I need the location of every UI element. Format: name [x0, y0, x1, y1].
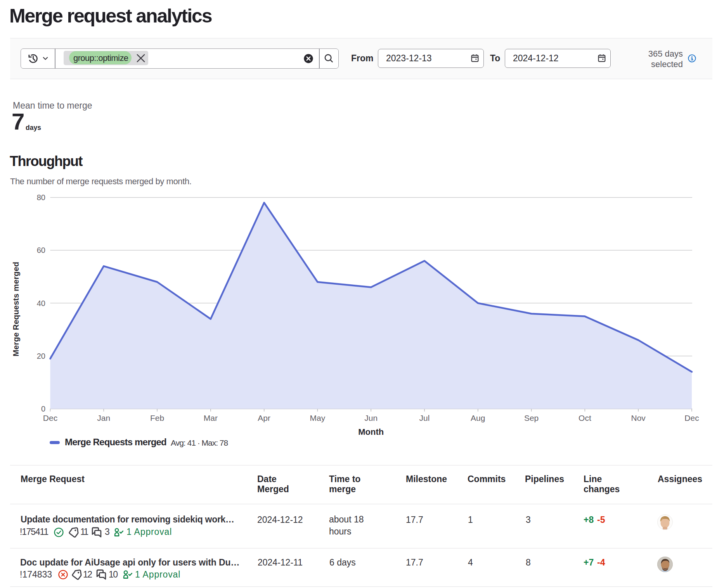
svg-text:Aug: Aug [471, 413, 485, 422]
svg-text:40: 40 [37, 299, 45, 308]
svg-text:Merge Requests merged: Merge Requests merged [11, 262, 20, 356]
svg-text:Dec: Dec [43, 413, 57, 422]
svg-text:Apr: Apr [258, 413, 270, 422]
svg-text:Jun: Jun [364, 413, 378, 422]
svg-text:Nov: Nov [631, 413, 646, 422]
svg-text:80: 80 [37, 193, 45, 202]
svg-text:Feb: Feb [150, 413, 164, 422]
svg-text:0: 0 [41, 405, 45, 413]
svg-text:60: 60 [37, 246, 45, 254]
svg-text:Jul: Jul [419, 413, 430, 422]
svg-text:Sep: Sep [524, 413, 539, 422]
svg-text:May: May [310, 413, 326, 422]
svg-text:Month: Month [358, 427, 384, 437]
svg-text:Jan: Jan [97, 413, 110, 422]
svg-text:Oct: Oct [578, 413, 591, 422]
svg-text:20: 20 [37, 352, 45, 360]
svg-text:Dec: Dec [684, 413, 699, 422]
svg-text:Mar: Mar [204, 413, 218, 422]
